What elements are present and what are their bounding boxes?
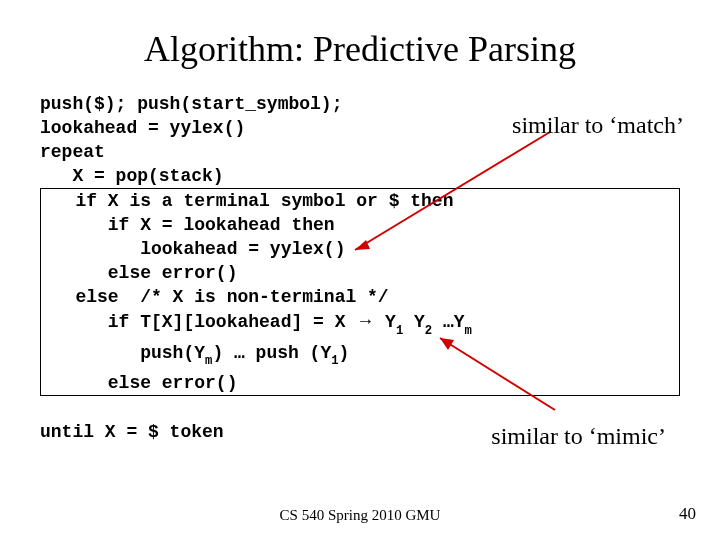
right-arrow-icon: → — [356, 311, 374, 331]
code-line-13: until X = $ token — [40, 422, 224, 442]
code-line-3: repeat — [40, 142, 105, 162]
code-line-6: if X = lookahead then — [43, 215, 335, 235]
code-line-7: lookahead = yylex() — [43, 239, 345, 259]
page-number: 40 — [679, 504, 696, 524]
code-line-12: else error() — [43, 373, 237, 393]
code-line-5: if X is a terminal symbol or $ then — [43, 191, 453, 211]
code-line-2: lookahead = yylex() — [40, 118, 245, 138]
code-line-4: X = pop(stack) — [40, 166, 224, 186]
code-line-1: push($); push(start_symbol); — [40, 94, 342, 114]
code-line-11: push(Ym) … push (Y1) — [43, 343, 349, 363]
boxed-block: if X is a terminal symbol or $ then if X… — [40, 188, 680, 396]
code-line-8: else error() — [43, 263, 237, 283]
annotation-match: similar to ‘match’ — [512, 112, 684, 139]
footer-text: CS 540 Spring 2010 GMU — [0, 507, 720, 524]
code-line-9: else /* X is non-terminal */ — [43, 287, 389, 307]
pseudocode: push($); push(start_symbol); lookahead =… — [40, 92, 680, 444]
code-line-10: if T[X][lookahead] = X → Y1 Y2 …Ym — [43, 312, 472, 332]
code-area: push($); push(start_symbol); lookahead =… — [40, 92, 680, 444]
annotation-mimic: similar to ‘mimic’ — [491, 423, 666, 450]
slide-title: Algorithm: Predictive Parsing — [0, 0, 720, 92]
